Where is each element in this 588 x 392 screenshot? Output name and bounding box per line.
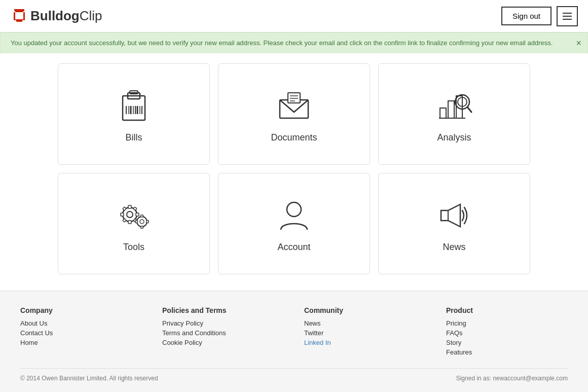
signed-in-text: Signed in as: newaccount@example.com bbox=[456, 375, 568, 382]
svg-rect-31 bbox=[128, 205, 131, 208]
svg-rect-3 bbox=[23, 12, 25, 20]
footer-policies-heading: Policies and Terms bbox=[162, 306, 284, 314]
footer-columns: Company About Us Contact Us Home Policie… bbox=[20, 306, 568, 358]
svg-rect-2 bbox=[14, 12, 15, 20]
footer-community: Community News Twitter Linked In bbox=[304, 306, 426, 358]
bills-label: Bills bbox=[125, 132, 142, 143]
sign-out-button[interactable]: Sign out bbox=[501, 7, 552, 25]
news-icon bbox=[434, 195, 474, 236]
footer-product-heading: Product bbox=[446, 306, 568, 314]
footer: Company About Us Contact Us Home Policie… bbox=[0, 291, 588, 392]
footer-twitter-link[interactable]: Twitter bbox=[304, 329, 426, 337]
footer-community-heading: Community bbox=[304, 306, 426, 314]
svg-rect-0 bbox=[14, 9, 24, 11]
footer-privacy-policy[interactable]: Privacy Policy bbox=[162, 319, 284, 327]
svg-rect-22 bbox=[440, 108, 446, 118]
account-label: Account bbox=[277, 242, 310, 253]
account-card[interactable]: Account bbox=[218, 173, 370, 274]
tools-label: Tools bbox=[123, 242, 144, 253]
documents-label: Documents bbox=[271, 132, 317, 143]
footer-product: Product Pricing FAQs Story Features bbox=[446, 306, 568, 358]
svg-rect-43 bbox=[135, 220, 137, 223]
svg-rect-4 bbox=[15, 19, 23, 20]
copyright-text: © 2014 Owen Bannister Limited. All right… bbox=[20, 375, 158, 382]
svg-rect-33 bbox=[121, 213, 124, 216]
menu-icon-line1 bbox=[563, 13, 572, 14]
footer-story-link[interactable]: Story bbox=[446, 339, 568, 346]
svg-point-40 bbox=[140, 220, 144, 224]
footer-contact-us[interactable]: Contact Us bbox=[20, 329, 142, 337]
analysis-label: Analysis bbox=[437, 132, 471, 143]
svg-point-39 bbox=[137, 217, 147, 227]
card-row-1: Bills Documents bbox=[20, 63, 568, 165]
svg-rect-36 bbox=[133, 206, 137, 210]
alert-message: You updated your account successfully, b… bbox=[11, 39, 553, 47]
footer-about-us[interactable]: About Us bbox=[20, 319, 142, 327]
svg-point-45 bbox=[287, 202, 301, 217]
svg-rect-44 bbox=[146, 220, 149, 223]
footer-terms-conditions[interactable]: Terms and Conditions bbox=[162, 329, 284, 337]
svg-rect-47 bbox=[441, 210, 448, 221]
logo: BulldogClip bbox=[10, 7, 102, 25]
main-content: Bills Documents bbox=[0, 53, 588, 291]
footer-pricing-link[interactable]: Pricing bbox=[446, 319, 568, 327]
svg-rect-42 bbox=[141, 226, 143, 228]
footer-company-heading: Company bbox=[20, 306, 142, 314]
footer-company: Company About Us Contact Us Home bbox=[20, 306, 142, 358]
svg-line-27 bbox=[467, 107, 471, 112]
analysis-card[interactable]: Analysis bbox=[378, 63, 530, 165]
analysis-icon bbox=[434, 86, 474, 126]
footer-home[interactable]: Home bbox=[20, 339, 142, 346]
svg-rect-1 bbox=[15, 11, 23, 12]
bills-icon bbox=[114, 86, 154, 126]
svg-rect-35 bbox=[123, 206, 126, 210]
svg-point-30 bbox=[127, 211, 133, 218]
tools-icon bbox=[114, 195, 154, 236]
documents-icon bbox=[274, 86, 314, 126]
svg-rect-5 bbox=[16, 20, 22, 22]
footer-faqs-link[interactable]: FAQs bbox=[446, 329, 568, 337]
footer-linkedin-link[interactable]: Linked In bbox=[304, 339, 426, 346]
menu-icon-line2 bbox=[563, 16, 572, 17]
footer-bottom: © 2014 Owen Bannister Limited. All right… bbox=[20, 368, 568, 382]
header: BulldogClip Sign out bbox=[0, 0, 588, 32]
footer-cookie-policy[interactable]: Cookie Policy bbox=[162, 339, 284, 346]
tools-card[interactable]: Tools bbox=[58, 173, 210, 274]
svg-rect-34 bbox=[136, 213, 139, 216]
menu-icon-line3 bbox=[563, 19, 572, 20]
svg-rect-18 bbox=[288, 93, 300, 103]
footer-features-link[interactable]: Features bbox=[446, 348, 568, 356]
bills-card[interactable]: Bills bbox=[58, 63, 210, 165]
account-icon bbox=[274, 195, 314, 236]
svg-rect-23 bbox=[448, 101, 454, 118]
menu-button[interactable] bbox=[557, 6, 578, 26]
svg-rect-32 bbox=[128, 221, 131, 224]
documents-card[interactable]: Documents bbox=[218, 63, 370, 165]
header-actions: Sign out bbox=[501, 6, 578, 26]
footer-news-link[interactable]: News bbox=[304, 319, 426, 327]
alert-close-button[interactable]: × bbox=[576, 39, 581, 48]
svg-marker-46 bbox=[441, 204, 460, 227]
news-card[interactable]: News bbox=[378, 173, 530, 274]
logo-icon bbox=[10, 7, 28, 25]
logo-bulldog: Bulldog bbox=[30, 8, 80, 24]
card-row-2: Tools Account bbox=[20, 173, 568, 274]
logo-clip: Clip bbox=[80, 8, 102, 24]
alert-banner: You updated your account successfully, b… bbox=[0, 32, 588, 53]
news-label: News bbox=[443, 242, 465, 253]
footer-policies: Policies and Terms Privacy Policy Terms … bbox=[162, 306, 284, 358]
svg-rect-37 bbox=[123, 218, 126, 222]
svg-rect-41 bbox=[141, 215, 143, 217]
